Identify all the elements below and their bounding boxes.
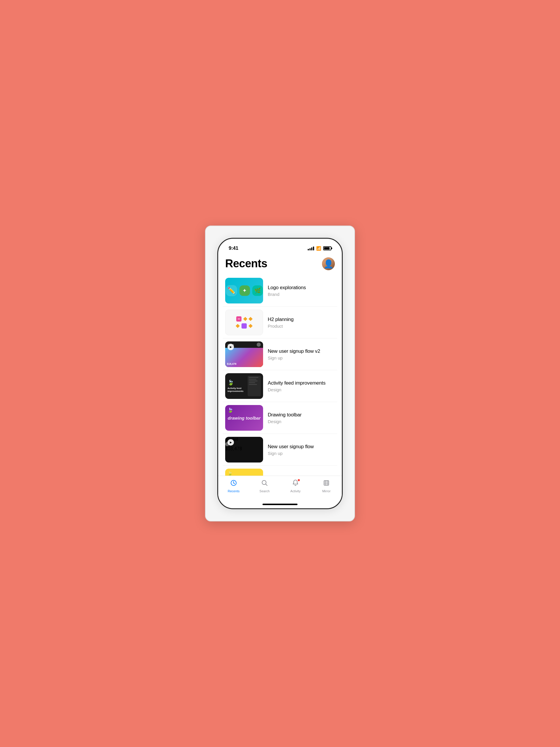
content-area: Recents ✏️ ✦ — [218, 254, 342, 475]
signal-icon — [308, 247, 314, 250]
diamond-icon2 — [248, 317, 252, 321]
h2-icons: ✏ — [228, 316, 261, 329]
home-indicator — [218, 500, 342, 508]
h2-row2 — [236, 323, 252, 329]
nav-item-recents[interactable]: Recents — [218, 478, 249, 493]
outer-container: 9:41 📶 Recents — [205, 226, 355, 521]
item-title: New user signup flow — [268, 443, 335, 450]
list-item[interactable]: Wallet $18,478 ▶ New user signup flow Si… — [223, 434, 337, 466]
nav-item-search[interactable]: Search — [249, 478, 280, 493]
clock-icon — [230, 480, 237, 488]
activity-left: 🍃 Activity feedimprovements — [228, 379, 243, 393]
item-info: Drawing toolbar Design — [268, 412, 335, 424]
item-subtitle: Brand — [268, 292, 335, 297]
mock-line — [249, 377, 259, 378]
thumbnail-activity-feed: 🍃 Activity feedimprovements — [225, 373, 263, 399]
list-item[interactable]: 🍃 Activity feedimprovements Activity — [223, 370, 337, 402]
h2-row1: ✏ — [236, 316, 252, 321]
notification-badge — [297, 479, 300, 482]
thumbnail-design-spec: 🍃 Tagline H1, 42px / 130% Tagline H2, 21… — [225, 469, 263, 475]
item-info: New user signup flow v2 Sign up — [268, 348, 335, 360]
mock-line — [249, 384, 257, 385]
leaf-icon: 🍃 — [228, 379, 243, 386]
item-title: New user signup flow v2 — [268, 348, 335, 355]
mock-line — [249, 379, 257, 380]
item-title: Activity feed improvements — [268, 380, 335, 386]
avatar[interactable] — [322, 257, 335, 270]
list-item[interactable]: ✏ H2 p — [223, 307, 337, 338]
pen-icon-pink: ✏ — [236, 316, 241, 321]
item-subtitle: Product — [268, 324, 335, 329]
item-title: Drawing toolbar — [268, 412, 335, 418]
wifi-icon: 📶 — [316, 246, 321, 251]
balance-text: $18,478 — [227, 362, 237, 365]
item-info: Activity feed improvements Design — [268, 380, 335, 392]
thumbnail-signup-v2: Wallet $18,478 ▶ — [225, 341, 263, 367]
thumbnail-logo-explorations: ✏️ ✦ 🌿 — [225, 278, 263, 304]
svg-rect-3 — [324, 481, 329, 485]
search-icon — [261, 480, 268, 488]
item-subtitle: Design — [268, 387, 335, 392]
mock-line — [249, 381, 258, 381]
leaf-icon: 🍃 — [228, 471, 261, 475]
leaf-icon: 🌿 — [254, 287, 261, 294]
thumbnail-h2-planning: ✏ — [225, 310, 263, 335]
icon-figma-wrap: ✏️ — [226, 285, 237, 296]
purple-square-icon — [241, 323, 247, 329]
status-bar: 9:41 📶 — [218, 239, 342, 254]
play-button: ▶ — [228, 344, 234, 350]
signup-main2: $18,478 — [225, 446, 263, 452]
icon-green: ✦ — [239, 285, 250, 296]
activity-nav-label: Activity — [291, 489, 301, 493]
sparkle-icon: ✦ — [242, 287, 247, 294]
search-nav-label: Search — [260, 489, 270, 493]
phone-frame: 9:41 📶 Recents — [217, 238, 343, 509]
bell-icon — [292, 480, 299, 488]
recents-list: ✏️ ✦ 🌿 Logo explorations Brand — [218, 275, 342, 475]
feed-text: Activity feedimprovements — [228, 387, 243, 393]
list-item[interactable]: 🍃 drawing toolbar Drawing toolbar Design — [223, 402, 337, 434]
item-subtitle: Sign up — [268, 451, 335, 456]
mirror-icon — [323, 480, 330, 488]
signup-main: $18,478 — [225, 348, 263, 367]
balance-text2: $18,478 — [225, 446, 242, 451]
page-title: Recents — [225, 257, 267, 270]
item-subtitle: Sign up — [268, 355, 335, 360]
diamond-icon4 — [248, 324, 252, 328]
item-subtitle: Design — [268, 419, 335, 424]
status-icons: 📶 — [308, 246, 331, 251]
nav-item-mirror[interactable]: Mirror — [311, 478, 342, 493]
thumbnail-signup: Wallet $18,478 ▶ — [225, 437, 263, 463]
status-time: 9:41 — [229, 246, 238, 251]
activity-mockup — [248, 376, 261, 396]
recents-nav-label: Recents — [228, 489, 239, 493]
header: Recents — [218, 254, 342, 275]
mirror-nav-label: Mirror — [322, 489, 331, 493]
drawing-text: drawing toolbar — [228, 415, 261, 420]
leaf-icon: 🍃 — [228, 407, 233, 413]
diamond-icon — [243, 317, 247, 321]
pen-glyph: ✏ — [238, 317, 240, 321]
item-title: Logo explorations — [268, 284, 335, 291]
thumbnail-drawing-toolbar: 🍃 drawing toolbar — [225, 405, 263, 431]
battery-icon — [323, 246, 331, 250]
bottom-nav: Recents Search — [218, 475, 342, 500]
avatar-small — [257, 342, 261, 347]
item-info: H2 planning Product — [268, 316, 335, 329]
avatar-image — [322, 257, 335, 270]
list-item[interactable]: 🍃 Tagline H1, 42px / 130% Tagline H2, 21… — [223, 466, 337, 475]
mock-line — [249, 382, 255, 383]
item-info: Logo explorations Brand — [268, 284, 335, 297]
item-title: H2 planning — [268, 316, 335, 323]
play-button2: ▶ — [228, 439, 234, 445]
svg-line-2 — [266, 484, 267, 486]
item-info: New user signup flow Sign up — [268, 443, 335, 456]
icon-mint: 🌿 — [252, 285, 263, 296]
diamond-icon3 — [236, 324, 240, 328]
list-item[interactable]: ✏️ ✦ 🌿 Logo explorations Brand — [223, 275, 337, 307]
list-item[interactable]: Wallet $18,478 ▶ New user signup flow v2… — [223, 338, 337, 370]
pen-icon: ✏️ — [228, 287, 235, 294]
nav-item-activity[interactable]: Activity — [280, 478, 311, 493]
home-indicator-bar — [263, 504, 297, 505]
